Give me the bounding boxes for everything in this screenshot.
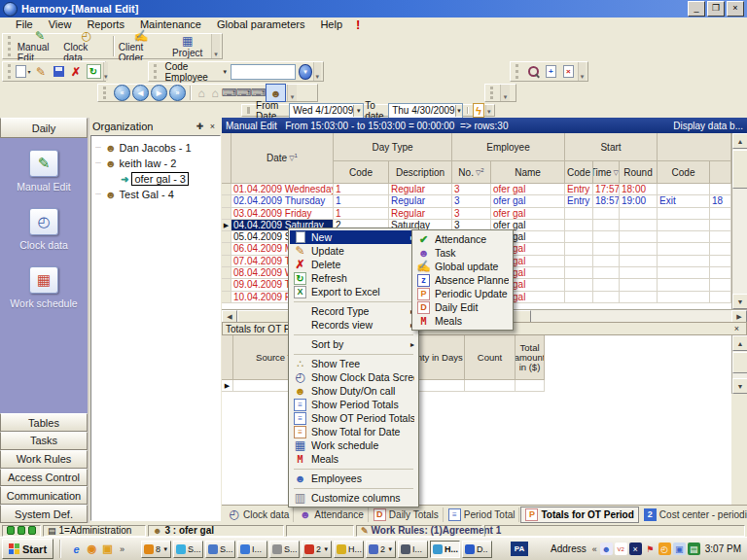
- toolbar-overflow-chevron[interactable]: ▾: [578, 62, 586, 81]
- cell-ec[interactable]: [658, 231, 710, 243]
- close-tray-icon[interactable]: ×: [629, 542, 642, 555]
- cell-st[interactable]: [593, 220, 620, 231]
- to-date-select[interactable]: Thu 4/30/2009 ▼: [388, 103, 463, 119]
- cell-et[interactable]: [710, 243, 731, 255]
- toolbar-drag-handle[interactable]: [8, 64, 11, 79]
- context-menu-item-show-period-totals[interactable]: Show Period Totals: [290, 398, 417, 411]
- cell-et[interactable]: [710, 279, 731, 291]
- column-header-date[interactable]: Date▽1: [231, 133, 334, 184]
- menu-global-parameters[interactable]: Global parameters: [209, 18, 313, 32]
- column-header-no[interactable]: No.▽2: [452, 161, 491, 184]
- scrollbar-thumb[interactable]: [732, 352, 747, 373]
- table-row[interactable]: 03.04.2009 Friday1Regular3ofer gal: [222, 208, 731, 220]
- refresh-button[interactable]: [85, 63, 102, 80]
- submenu-item-absence-planner[interactable]: Absence Planner: [413, 273, 512, 287]
- last-record-icon[interactable]: »: [169, 85, 186, 101]
- totals-cell[interactable]: [516, 380, 545, 392]
- context-menu-item-employees[interactable]: Employees: [290, 472, 417, 485]
- cell-sc[interactable]: Entry: [565, 184, 593, 195]
- cell-sc[interactable]: [565, 292, 593, 303]
- cell-no[interactable]: 3: [452, 208, 491, 220]
- sidebar-group-communication[interactable]: Communication: [0, 486, 88, 505]
- cell-rd[interactable]: 18:00: [620, 184, 658, 195]
- table-row[interactable]: 01.04.2009 Wednesday1Regular3ofer galEnt…: [222, 184, 731, 195]
- apps-tray-icon[interactable]: ▣: [673, 542, 686, 555]
- submenu-item-meals[interactable]: Meals: [413, 314, 512, 328]
- cell-nm[interactable]: ofer gal: [491, 195, 565, 207]
- grid-vertical-scrollbar[interactable]: ▲ ▼: [731, 133, 747, 309]
- column-header-blank[interactable]: [710, 161, 731, 184]
- cell-et[interactable]: [710, 231, 731, 243]
- cell-ec[interactable]: [658, 292, 710, 303]
- context-menu-item-customize-columns[interactable]: Customize columns: [290, 491, 417, 505]
- start-button[interactable]: Start: [2, 539, 53, 559]
- cell-ec[interactable]: [658, 267, 710, 279]
- cell-et[interactable]: 18: [710, 195, 731, 207]
- close-icon[interactable]: ×: [730, 323, 743, 335]
- cell-st[interactable]: [593, 292, 620, 303]
- cell-st[interactable]: [593, 208, 620, 220]
- context-menu-item-show-duty-on-call[interactable]: Show Duty/On call: [290, 384, 417, 398]
- cell-sc[interactable]: [565, 231, 593, 243]
- cell-ec[interactable]: Exit: [658, 195, 710, 207]
- column-header-time[interactable]: Time▽3: [593, 161, 620, 184]
- cell-et[interactable]: [710, 184, 731, 195]
- cell-st[interactable]: 17:57: [593, 184, 620, 195]
- clock-tray-icon[interactable]: ◴: [658, 542, 671, 555]
- cell-no[interactable]: 3: [452, 195, 491, 207]
- table-row[interactable]: 02.04.2009 Thursday1Regular3ofer galEntr…: [222, 195, 731, 207]
- context-menu-item-meals[interactable]: Meals: [290, 452, 417, 466]
- employee-search-button[interactable]: ▼: [299, 64, 311, 80]
- terminal1-icon[interactable]: ⌨: [222, 87, 236, 100]
- cell-date[interactable]: 02.04.2009 Thursday: [231, 195, 334, 207]
- cell-dc[interactable]: 1: [334, 184, 389, 195]
- print-tray-icon[interactable]: ▤: [688, 542, 700, 555]
- cell-st[interactable]: 18:57: [593, 195, 620, 207]
- cell-sc[interactable]: [565, 208, 593, 220]
- cell-ec[interactable]: [658, 220, 710, 231]
- cell-sc[interactable]: [565, 279, 593, 291]
- toolbar-drag-handle[interactable]: [154, 64, 159, 79]
- toolbar-button-client-order[interactable]: Client Order: [119, 34, 164, 58]
- close-icon[interactable]: ×: [206, 120, 219, 132]
- employee-search-input[interactable]: [231, 64, 296, 80]
- submenu-item-attendance[interactable]: Attendance: [413, 232, 512, 246]
- cell-ec[interactable]: [658, 208, 710, 220]
- terminal3-icon[interactable]: ⌨: [251, 87, 266, 100]
- column-group-end[interactable]: [658, 133, 731, 161]
- user-tray-icon[interactable]: ☻: [600, 542, 613, 555]
- taskbar-button-7[interactable]: 2▼: [366, 541, 396, 558]
- pin-icon[interactable]: ✚: [194, 120, 206, 132]
- totals-cell[interactable]: [465, 380, 516, 392]
- cell-st[interactable]: [593, 231, 620, 243]
- column-group-start[interactable]: Start: [565, 133, 658, 161]
- tab-totals-for-ot-period[interactable]: Totals for OT Period: [520, 507, 638, 523]
- tree-item-test-gal-4[interactable]: ┄☻Test Gal - 4: [91, 187, 220, 202]
- toolbar-overflow-chevron[interactable]: ▾: [500, 85, 510, 101]
- language-indicator[interactable]: PA: [511, 542, 528, 556]
- tab-attendance[interactable]: Attendance: [295, 508, 369, 522]
- cell-nm[interactable]: ofer gal: [491, 184, 565, 195]
- toolbar-button-manual-edit[interactable]: Manual Edit: [18, 34, 63, 58]
- context-menu-item-refresh[interactable]: Refresh: [290, 271, 417, 285]
- context-menu-item-delete[interactable]: Delete: [290, 258, 417, 271]
- taskbar-button-8[interactable]: I...: [398, 541, 428, 558]
- column-header-code[interactable]: Code: [334, 161, 389, 184]
- new-page-button[interactable]: [542, 63, 559, 80]
- restore-button[interactable]: ❐: [707, 1, 725, 17]
- context-menu-item-show-ot-period-totals[interactable]: Show OT Period Totals: [290, 411, 417, 425]
- alert-exclamation-icon[interactable]: !: [356, 18, 360, 32]
- cell-rd[interactable]: [620, 243, 658, 255]
- ie-icon[interactable]: e: [70, 542, 83, 555]
- cell-dd[interactable]: Regular: [389, 208, 452, 220]
- search-button[interactable]: [524, 63, 542, 80]
- column-header-code[interactable]: Code: [658, 161, 710, 184]
- cell-ec[interactable]: [658, 184, 710, 195]
- sidebar-group-tasks[interactable]: Tasks: [0, 432, 88, 450]
- cell-no[interactable]: 3: [452, 184, 491, 195]
- delete-page-button[interactable]: [559, 63, 577, 80]
- terminal2-icon[interactable]: ⌨: [236, 87, 251, 100]
- lightning-apply-button[interactable]: ϟ: [473, 103, 484, 118]
- chevron-more-icon[interactable]: »: [120, 544, 124, 554]
- delete-button[interactable]: [67, 63, 85, 80]
